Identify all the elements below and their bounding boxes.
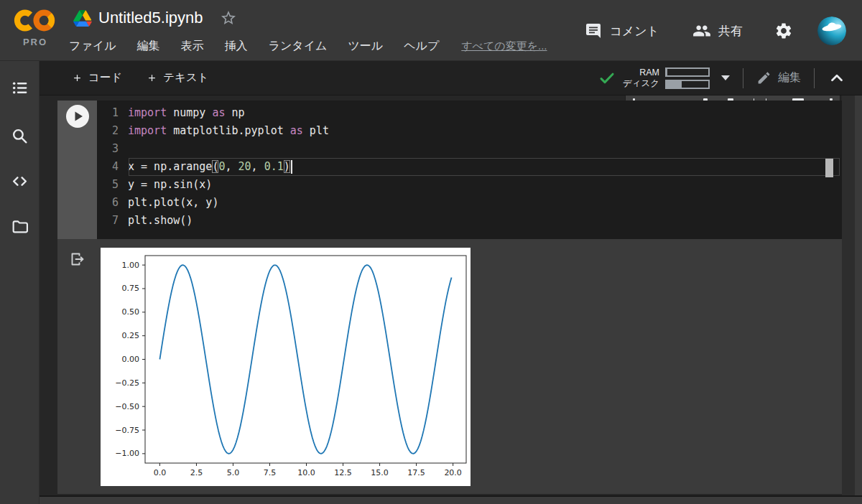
svg-text:1.00: 1.00 (122, 261, 140, 270)
add-code-label: コード (88, 70, 122, 85)
output-cell: 0.02.55.07.510.012.515.017.520.01.000.75… (57, 239, 842, 494)
plus-icon (147, 73, 157, 83)
colab-app: PRO Untitled5.ipynb ファイル編集表示挿入ランタイムツールヘル… (0, 0, 862, 504)
svg-text:20.0: 20.0 (444, 468, 462, 477)
code-cell[interactable]: 1import numpy as np2import matplotlib.py… (57, 101, 842, 239)
play-icon (66, 105, 89, 128)
svg-text:−0.75: −0.75 (115, 426, 139, 435)
share-button[interactable]: 共有 (692, 22, 743, 40)
menu-runtime[interactable]: ランタイム (269, 39, 328, 54)
svg-text:2.5: 2.5 (190, 468, 203, 477)
code-text: import numpy as np (128, 104, 245, 122)
disk-meter (665, 80, 710, 89)
menu-help[interactable]: ヘルプ (404, 39, 439, 54)
cursor-overview-marker (825, 159, 833, 177)
line-number: 6 (97, 194, 119, 212)
star-icon[interactable] (220, 9, 237, 27)
add-text-label: テキスト (163, 70, 208, 85)
menu-tools[interactable]: ツール (348, 39, 383, 54)
save-status-link[interactable]: すべての変更を... (461, 39, 547, 53)
code-line-1[interactable]: 1import numpy as np (97, 104, 842, 122)
code-lines: 1import numpy as np2import matplotlib.py… (97, 104, 842, 230)
edit-mode-button[interactable]: 編集 (756, 70, 801, 85)
line-number: 4 (97, 158, 119, 176)
svg-text:0.75: 0.75 (122, 284, 140, 293)
svg-text:5.0: 5.0 (227, 468, 240, 477)
output-icon[interactable] (69, 251, 86, 268)
menu-file[interactable]: ファイル (69, 39, 116, 54)
code-line-2[interactable]: 2import matplotlib.pyplot as plt (97, 122, 842, 140)
run-cell-button[interactable] (66, 105, 89, 128)
svg-text:10.0: 10.0 (297, 468, 315, 477)
code-editor[interactable]: 1import numpy as np2import matplotlib.py… (97, 101, 842, 239)
notebook-content: 1import numpy as np2import matplotlib.py… (40, 95, 862, 504)
add-code-button[interactable]: コード (72, 70, 122, 85)
line-number: 2 (97, 122, 119, 140)
line-number: 5 (97, 176, 119, 194)
menu-view[interactable]: 表示 (181, 39, 204, 54)
pencil-icon (756, 70, 771, 85)
cell-gutter (57, 101, 97, 239)
notebook-toolbar: コード テキスト RAM ディスク (40, 61, 862, 95)
svg-text:−0.25: −0.25 (115, 378, 139, 388)
add-text-button[interactable]: テキスト (147, 70, 208, 85)
ram-meter (665, 67, 710, 77)
comment-button[interactable]: コメント (585, 22, 659, 39)
next-cell-edge (40, 495, 862, 504)
comment-icon (585, 22, 602, 39)
ram-label: RAM (623, 67, 659, 78)
code-text: x = np.arange(0, 20, 0.1) (128, 158, 292, 176)
collapse-toolbar-button[interactable] (828, 69, 846, 88)
scroll-gutter[interactable] (842, 95, 862, 504)
svg-text:12.5: 12.5 (334, 468, 352, 477)
people-icon (692, 22, 711, 40)
svg-text:0.0: 0.0 (154, 468, 167, 477)
code-line-6[interactable]: 6plt.plot(x, y) (97, 194, 842, 212)
line-number: 3 (97, 140, 119, 158)
gear-icon[interactable] (774, 22, 793, 40)
left-sidebar (0, 61, 40, 504)
toolbar-divider (743, 68, 743, 88)
svg-text:−0.50: −0.50 (115, 402, 139, 411)
resources-caret-down-icon[interactable] (721, 75, 730, 80)
menu-edit[interactable]: 編集 (137, 39, 160, 54)
disk-label: ディスク (623, 78, 659, 89)
notebook-title[interactable]: Untitled5.ipynb (98, 9, 203, 27)
colab-logo[interactable]: PRO (10, 8, 60, 47)
code-line-3[interactable]: 3 (97, 140, 842, 158)
sine-plot: 0.02.55.07.510.012.515.017.520.01.000.75… (101, 248, 471, 486)
svg-text:0.50: 0.50 (122, 307, 140, 317)
code-line-4[interactable]: 4x = np.arange(0, 20, 0.1) (97, 158, 842, 176)
comment-label: コメント (609, 23, 659, 39)
svg-text:7.5: 7.5 (264, 468, 277, 477)
folder-icon[interactable] (11, 218, 29, 235)
header: PRO Untitled5.ipynb ファイル編集表示挿入ランタイムツールヘル… (0, 0, 862, 61)
line-number: 1 (97, 104, 119, 122)
colab-rings-icon (13, 8, 57, 33)
code-text: plt.show() (128, 212, 193, 230)
code-line-5[interactable]: 5y = np.sin(x) (97, 176, 842, 194)
code-text: y = np.sin(x) (128, 176, 212, 194)
resource-meters[interactable] (665, 67, 710, 89)
code-line-7[interactable]: 7plt.show() (97, 212, 842, 230)
svg-text:−1.00: −1.00 (115, 449, 139, 458)
drive-icon (73, 10, 92, 27)
code-icon[interactable] (11, 172, 29, 190)
svg-text:15.0: 15.0 (371, 468, 389, 477)
connected-check-icon (598, 70, 616, 87)
search-icon[interactable] (11, 127, 29, 145)
avatar[interactable] (817, 17, 846, 45)
output-figure: 0.02.55.07.510.012.515.017.520.01.000.75… (101, 248, 471, 486)
table-of-contents-icon[interactable] (11, 79, 29, 97)
edit-label: 編集 (778, 70, 801, 85)
code-text: import matplotlib.pyplot as plt (128, 122, 329, 140)
chevron-up-icon (828, 69, 846, 88)
svg-text:0.00: 0.00 (122, 355, 140, 364)
toolbar-divider (814, 68, 815, 88)
menu-bar: ファイル編集表示挿入ランタイムツールヘルプすべての変更を... (69, 39, 547, 54)
share-label: 共有 (718, 23, 743, 39)
code-text: plt.plot(x, y) (128, 194, 218, 212)
plus-icon (72, 73, 83, 83)
line-number: 7 (97, 212, 119, 230)
menu-insert[interactable]: 挿入 (225, 39, 248, 54)
